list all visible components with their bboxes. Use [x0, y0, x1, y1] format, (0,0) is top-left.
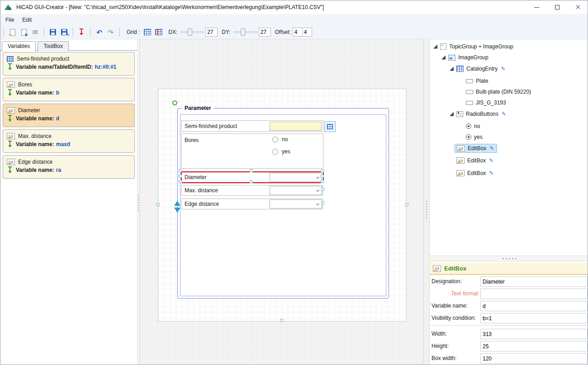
close-button[interactable]: [568, 0, 588, 14]
slider-track: [180, 31, 204, 33]
variable-card-bores[interactable]: 0.5 Bores Variable name: b: [3, 78, 135, 101]
max-distance-dropdown[interactable]: [270, 186, 322, 195]
designation-input[interactable]: [480, 276, 588, 287]
tree-item-radio-yes[interactable]: yes: [430, 132, 588, 142]
selection-handle[interactable]: [179, 169, 182, 172]
slider-thumb[interactable]: [241, 28, 245, 36]
selection-handle[interactable]: [321, 180, 324, 183]
grid-offset-button[interactable]: [153, 27, 164, 38]
anchor-handle[interactable]: [172, 100, 177, 105]
dx-slider[interactable]: [180, 28, 204, 36]
tab-variables[interactable]: Variables: [2, 41, 36, 52]
minimize-button[interactable]: [526, 0, 547, 14]
variable-card-diameter[interactable]: 0.5 Diameter Variable name: d: [3, 104, 135, 127]
surface-handle[interactable]: [280, 319, 283, 322]
visibility-condition-input[interactable]: [480, 313, 588, 323]
move-down-arrow[interactable]: [174, 208, 180, 213]
offset-x-input[interactable]: [293, 28, 303, 37]
grid-toggle-button[interactable]: [142, 27, 153, 38]
tree-item-jis[interactable]: JIS_G_3193: [430, 97, 588, 108]
edge-distance-dropdown[interactable]: [270, 199, 322, 209]
radio-option-yes[interactable]: yes: [272, 148, 290, 155]
new-button[interactable]: ★: [7, 27, 18, 38]
editbox-icon: 0.5: [456, 170, 465, 176]
dx-input[interactable]: [205, 28, 218, 37]
surface-handle[interactable]: [156, 203, 160, 206]
tree-item-editbox-2[interactable]: 0.5 EditBox ✎: [430, 155, 588, 166]
edit-pencil-icon[interactable]: ✎: [489, 158, 493, 163]
designer-row-max-distance[interactable]: Max. distance: [181, 185, 323, 196]
design-canvas[interactable]: Parameter Semi-finished product Bores no: [140, 39, 423, 365]
designer-row-semi-finished[interactable]: Semi-finished product: [181, 120, 323, 132]
undo-button[interactable]: ↶: [94, 27, 105, 38]
slider-thumb[interactable]: [188, 28, 192, 36]
export-button[interactable]: ✉: [29, 27, 41, 38]
menu-file[interactable]: File: [1, 15, 18, 24]
collapse-icon[interactable]: [441, 56, 446, 60]
variable-card-max-distance[interactable]: 0.5 Max. distance Variable name: maxd: [3, 129, 135, 153]
selection-handle[interactable]: [321, 175, 324, 178]
edit-pencil-icon[interactable]: ✎: [501, 66, 505, 71]
width-input[interactable]: [480, 329, 588, 339]
collapse-icon[interactable]: [433, 45, 437, 49]
height-input[interactable]: [480, 341, 588, 351]
selection-handle[interactable]: [321, 188, 324, 191]
collapse-icon[interactable]: [450, 112, 454, 116]
needle-button[interactable]: [76, 27, 87, 38]
save-button[interactable]: [47, 27, 58, 38]
box-width-input[interactable]: [480, 353, 588, 364]
variable-card-edge-distance[interactable]: 0.5 Edge distance Variable name: ra: [3, 155, 135, 179]
minimize-icon: [534, 7, 539, 8]
tree-item-imagegroup[interactable]: ImageGroup: [430, 52, 588, 63]
designer-row-bores[interactable]: Bores no yes: [181, 133, 323, 169]
tree-item-catalogentry[interactable]: CatalogEntry ✎: [430, 63, 588, 74]
edit-pencil-icon[interactable]: ✎: [502, 111, 506, 117]
tree-item-label: RadioButtons: [466, 111, 498, 117]
text-format-input[interactable]: [480, 289, 588, 299]
radio-icon[interactable]: [272, 149, 278, 155]
property-label: Width:: [432, 331, 479, 337]
edit-pencil-icon[interactable]: ✎: [489, 146, 494, 151]
redo-button[interactable]: ↷: [105, 27, 116, 38]
tree-item-editbox-3[interactable]: 0.5 EditBox ✎: [430, 168, 588, 179]
radio-icon[interactable]: [272, 137, 278, 142]
selection-handle[interactable]: [250, 180, 253, 183]
tree-item-editbox-selected[interactable]: 0.5 EditBox ✎: [430, 143, 588, 154]
surface-handle[interactable]: [405, 203, 408, 206]
tree-item-label: CatalogEntry: [466, 66, 498, 72]
menu-edit[interactable]: Edit: [18, 15, 36, 24]
tree-item-radio-no[interactable]: no: [430, 121, 588, 132]
parameter-groupbox[interactable]: Parameter Semi-finished product Bores no: [177, 108, 389, 299]
collapse-icon[interactable]: [450, 67, 454, 71]
right-splitter[interactable]: [423, 39, 430, 365]
offset-y-input[interactable]: [302, 28, 312, 37]
form-design-surface[interactable]: Parameter Semi-finished product Bores no: [158, 89, 407, 322]
selection-handle[interactable]: [321, 201, 324, 204]
selection-handle[interactable]: [321, 169, 324, 172]
open-button[interactable]: [18, 27, 29, 38]
save-as-button[interactable]: ✎: [58, 27, 70, 38]
catalog-browse-button[interactable]: [324, 121, 336, 132]
designer-row-edge-distance[interactable]: Edge distance: [181, 199, 323, 209]
radio-option-no[interactable]: no: [272, 136, 288, 142]
window-title: HiCAD GUI-Creator - [New: "C:\hicad_svn\…: [16, 4, 324, 10]
maximize-button[interactable]: [547, 0, 568, 14]
diameter-dropdown[interactable]: [270, 173, 322, 182]
tab-toolbox[interactable]: ToolBox: [38, 41, 69, 51]
radio-label: no: [282, 136, 288, 142]
selection-handle[interactable]: [250, 169, 253, 172]
tree-item-plate[interactable]: Plate: [430, 76, 588, 86]
dy-slider[interactable]: [234, 28, 257, 36]
tree-item-bulb-plate[interactable]: Bulb plate (DIN 59220): [430, 86, 588, 97]
selection-handle[interactable]: [179, 180, 182, 183]
move-up-arrow[interactable]: [174, 201, 180, 206]
semi-finished-input[interactable]: [270, 122, 322, 131]
horizontal-splitter[interactable]: [430, 256, 588, 261]
tree-item-topicgroup[interactable]: TopicGroup + ImageGroup: [430, 41, 588, 52]
dy-input[interactable]: [259, 28, 271, 37]
variable-card-semi-finished-product[interactable]: Semi-finished product Variable name/Tabl…: [3, 52, 135, 76]
selection-handle[interactable]: [179, 175, 182, 178]
variable-name-input[interactable]: [480, 301, 588, 311]
edit-pencil-icon[interactable]: ✎: [489, 171, 493, 176]
tree-item-radiobuttons[interactable]: RadioButtons ✎: [430, 109, 588, 119]
